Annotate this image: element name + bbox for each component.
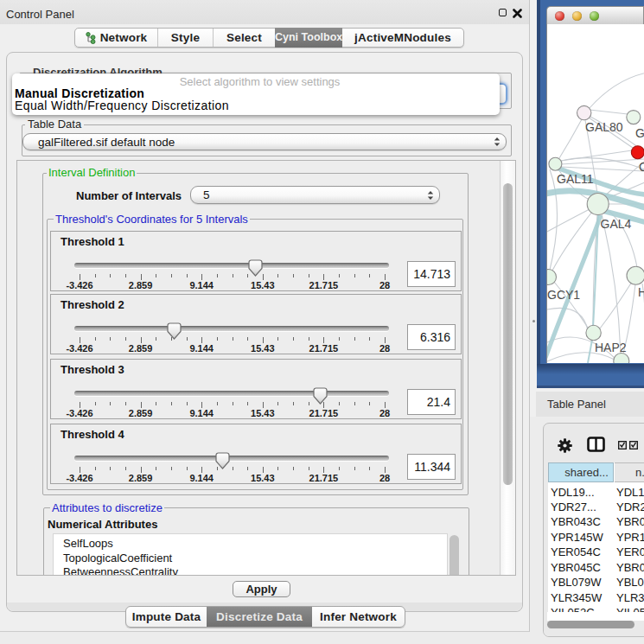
svg-text:C: C <box>639 160 644 174</box>
svg-text:GAL80: GAL80 <box>585 120 623 134</box>
svg-text:GAL11: GAL11 <box>557 172 594 186</box>
svg-text:GA: GA <box>635 126 644 140</box>
svg-text:GAL4: GAL4 <box>601 217 632 231</box>
svg-text:H: H <box>638 285 644 299</box>
svg-text:HAP2: HAP2 <box>595 341 627 354</box>
svg-text:GCY1: GCY1 <box>547 288 580 302</box>
